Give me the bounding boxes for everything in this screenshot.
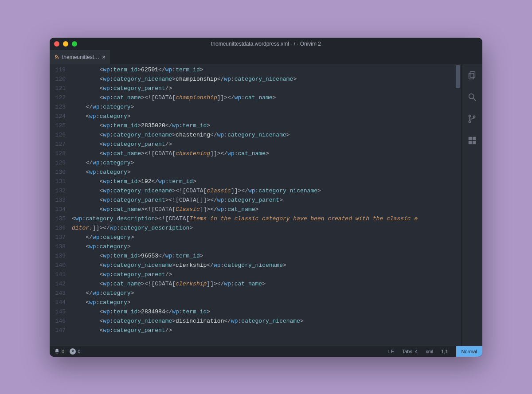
code-line: <wp:cat_name><![CDATA[chastening]]></wp:…	[69, 149, 454, 158]
code-area[interactable]: <wp:term_id>62501</wp:term_id> <wp:categ…	[69, 64, 454, 346]
error-icon: ×	[70, 348, 76, 355]
activity-bar	[461, 64, 482, 346]
line-number: 127	[50, 140, 69, 149]
code-line: <wp:category_description><![CDATA[Items …	[69, 214, 454, 223]
rss-icon	[54, 54, 59, 60]
svg-rect-0	[470, 71, 475, 77]
search-icon[interactable]	[467, 92, 477, 104]
bell-icon	[54, 348, 60, 354]
line-number: 128	[50, 149, 69, 158]
code-line: <wp:term_id>2834984</wp:term_id>	[69, 307, 454, 316]
minimap-thumb[interactable]	[456, 65, 460, 88]
window-title: themeunittestdata.wordpress.xml - / - On…	[50, 41, 482, 47]
line-number: 147	[50, 326, 69, 335]
svg-rect-10	[472, 140, 475, 144]
line-number: 136	[50, 223, 69, 233]
code-line: <wp:category_nicename>clerkship</wp:cate…	[69, 261, 454, 270]
code-line: <wp:category_parent><![CDATA[]]></wp:cat…	[69, 195, 454, 205]
code-line: <wp:cat_name><![CDATA[championship]]></w…	[69, 93, 454, 102]
lang-status[interactable]: xml	[426, 349, 433, 354]
close-icon[interactable]: ×	[102, 54, 106, 61]
line-number: 133	[50, 195, 69, 205]
window: themeunittestdata.wordpress.xml - / - On…	[50, 38, 482, 357]
line-number: 139	[50, 251, 69, 261]
code-line: <wp:category_parent/>	[69, 140, 454, 149]
code-line: <wp:term_id>96553</wp:term_id>	[69, 251, 454, 261]
line-number: 134	[50, 205, 69, 214]
line-number: 138	[50, 242, 69, 251]
line-number: 145	[50, 307, 69, 316]
code-line: <wp:term_id>62501</wp:term_id>	[69, 65, 454, 74]
line-number: 141	[50, 270, 69, 279]
titlebar: themeunittestdata.wordpress.xml - / - On…	[50, 38, 482, 50]
minimap[interactable]	[454, 64, 461, 346]
line-number: 135	[50, 214, 69, 223]
code-line: <wp:category>	[69, 298, 454, 307]
line-number: 122	[50, 93, 69, 102]
vim-mode-status[interactable]: Normal	[456, 346, 482, 357]
line-gutter: 1191201211221231241251261271281291301311…	[50, 64, 69, 346]
code-line: <wp:category_nicename>chastening</wp:cat…	[69, 130, 454, 140]
tabs-status[interactable]: Tabs: 4	[402, 349, 418, 354]
code-line: <wp:category_parent/>	[69, 326, 454, 335]
code-line: <wp:category_nicename>disinclination</wp…	[69, 316, 454, 326]
code-line: <wp:category_parent/>	[69, 270, 454, 279]
line-number: 143	[50, 289, 69, 298]
traffic-lights	[54, 41, 77, 47]
code-line: <wp:term_id>2835020</wp:term_id>	[69, 121, 454, 130]
code-line: ditor.]]></wp:category_description>	[69, 223, 454, 233]
code-line: <wp:category_parent/>	[69, 84, 454, 93]
line-number: 120	[50, 74, 69, 84]
files-icon[interactable]	[467, 70, 477, 82]
svg-rect-9	[468, 140, 471, 144]
code-line: <wp:term_id>192</wp:term_id>	[69, 177, 454, 186]
svg-point-2	[469, 94, 473, 98]
code-line: <wp:category>	[69, 242, 454, 251]
git-branch-icon[interactable]	[467, 114, 477, 126]
line-number: 132	[50, 186, 69, 195]
minimize-window-button[interactable]	[63, 41, 68, 47]
line-number: 144	[50, 298, 69, 307]
cursor-pos-status[interactable]: 1,1	[441, 349, 448, 354]
line-number: 124	[50, 112, 69, 121]
line-number: 126	[50, 130, 69, 140]
svg-rect-8	[472, 137, 475, 140]
notifications-status[interactable]: 0	[54, 348, 64, 354]
code-line: </wp:category>	[69, 289, 454, 298]
code-line: </wp:category>	[69, 233, 454, 242]
code-line: <wp:category_nicename><![CDATA[classic]]…	[69, 186, 454, 195]
line-number: 137	[50, 233, 69, 242]
svg-point-6	[473, 116, 475, 117]
tab-label: themeunittest…	[62, 54, 99, 60]
tab-themeunittest[interactable]: themeunittest… ×	[50, 50, 110, 64]
line-number: 130	[50, 168, 69, 177]
svg-rect-7	[468, 137, 471, 140]
code-line: </wp:category>	[69, 158, 454, 168]
notifications-count: 0	[62, 349, 64, 354]
editor-body: 1191201211221231241251261271281291301311…	[50, 64, 482, 346]
errors-status[interactable]: × 0	[70, 348, 80, 355]
maximize-window-button[interactable]	[72, 41, 77, 47]
code-line: <wp:category>	[69, 112, 454, 121]
eol-status[interactable]: LF	[388, 349, 394, 354]
line-number: 119	[50, 65, 69, 74]
extensions-icon[interactable]	[467, 136, 477, 148]
code-line: <wp:cat_name><![CDATA[clerkship]]></wp:c…	[69, 279, 454, 289]
code-line: <wp:category_nicename>championship</wp:c…	[69, 74, 454, 84]
line-number: 140	[50, 261, 69, 270]
code-line: </wp:category>	[69, 102, 454, 112]
svg-point-4	[469, 115, 470, 117]
close-window-button[interactable]	[54, 41, 59, 47]
line-number: 123	[50, 102, 69, 112]
status-bar: 0 × 0 LF Tabs: 4 xml 1,1 Normal	[50, 346, 482, 357]
line-number: 125	[50, 121, 69, 130]
line-number: 131	[50, 177, 69, 186]
editor[interactable]: 1191201211221231241251261271281291301311…	[50, 64, 461, 346]
code-line: <wp:cat_name><![CDATA[Classic]]></wp:cat…	[69, 205, 454, 214]
line-number: 146	[50, 316, 69, 326]
svg-point-5	[469, 121, 470, 122]
svg-line-3	[473, 98, 476, 101]
tab-bar: themeunittest… ×	[50, 50, 482, 64]
svg-rect-1	[469, 73, 473, 79]
errors-count: 0	[78, 349, 80, 354]
